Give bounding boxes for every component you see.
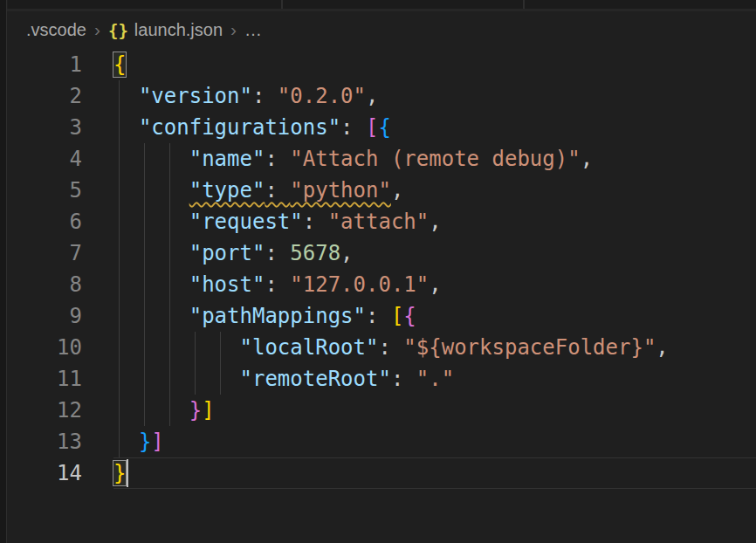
code-editor[interactable]: 1{2 "version": "0.2.0",3 "configurations… [8, 49, 756, 489]
breadcrumb-item-symbol-ellipsis[interactable]: … [244, 20, 262, 40]
indent-guide [119, 112, 120, 143]
code-token: "." [416, 367, 454, 391]
line-number[interactable]: 3 [8, 112, 82, 143]
indent-guide [119, 395, 120, 426]
code-token: { [403, 304, 416, 328]
indent-guide [144, 143, 145, 175]
line-number[interactable]: 1 [8, 49, 82, 80]
matched-bracket: } [113, 461, 126, 485]
code-token: "Attach (remote debug)" [290, 147, 580, 171]
line-number[interactable]: 11 [8, 363, 82, 395]
line-number[interactable]: 14 [8, 457, 82, 489]
breadcrumb-file-label: launch.json [134, 20, 223, 40]
indent-guide [195, 363, 196, 395]
code-line[interactable]: 7 "port": 5678, [8, 237, 756, 269]
line-number[interactable]: 2 [8, 80, 82, 112]
line-number[interactable]: 7 [8, 237, 82, 269]
indent-guide [169, 395, 170, 426]
code-line-content: "pathMappings": [{ [113, 300, 756, 332]
code-token: "port" [189, 241, 265, 265]
code-line-content: "port": 5678, [113, 237, 756, 269]
code-token: ] [202, 398, 214, 423]
code-token [113, 367, 240, 391]
indent-guide [119, 175, 120, 206]
indent-guide [144, 395, 145, 426]
code-token: [ [391, 304, 403, 328]
code-token: : [265, 272, 290, 297]
code-token: : [391, 367, 416, 391]
code-token: "request" [189, 210, 303, 234]
code-token: "pathMappings" [189, 304, 366, 328]
code-token: "0.2.0" [278, 84, 366, 108]
indent-guide [119, 80, 120, 112]
code-token [113, 335, 240, 360]
code-token: { [378, 115, 390, 140]
indent-guide [144, 332, 145, 363]
code-line[interactable]: 8 "host": "127.0.0.1", [8, 269, 756, 300]
code-line[interactable]: 11 "remoteRoot": "." [8, 363, 756, 395]
line-number[interactable]: 6 [8, 206, 82, 237]
code-token: , [366, 84, 378, 108]
indent-guide [169, 269, 170, 300]
code-token: , [656, 335, 668, 360]
code-token: , [391, 178, 403, 203]
chevron-right-icon: › [230, 20, 237, 38]
code-line[interactable]: 6 "request": "attach", [8, 206, 756, 237]
indent-guide [144, 300, 145, 332]
code-line-content: "name": "Attach (remote debug)", [113, 143, 756, 175]
code-token: : [252, 84, 278, 108]
code-line-content: } [113, 457, 756, 489]
code-line[interactable]: 13 }] [8, 426, 756, 457]
line-number[interactable]: 9 [8, 300, 82, 332]
code-line[interactable]: 3 "configurations": [{ [8, 112, 756, 143]
indent-guide [119, 363, 120, 395]
code-line[interactable]: 12 }] [8, 395, 756, 426]
breadcrumb-symbol-label: … [244, 20, 262, 40]
indent-guide [169, 206, 170, 237]
code-token: : [265, 241, 290, 265]
code-line[interactable]: 4 "name": "Attach (remote debug)", [8, 143, 756, 175]
breadcrumb-item-launch-json[interactable]: {} launch.json [108, 20, 223, 40]
code-token [113, 398, 189, 423]
code-line-content: "request": "attach", [113, 206, 756, 237]
code-token: : [265, 178, 290, 203]
text-cursor [127, 459, 128, 487]
code-line-content: "remoteRoot": "." [113, 363, 756, 395]
code-line[interactable]: 2 "version": "0.2.0", [8, 80, 756, 112]
code-token: : [366, 304, 391, 328]
code-line[interactable]: 10 "localRoot": "${workspaceFolder}", [8, 332, 756, 363]
line-number[interactable]: 13 [8, 426, 82, 457]
chevron-right-icon: › [94, 20, 100, 38]
code-token [113, 115, 139, 140]
code-line-content: "configurations": [{ [113, 112, 756, 143]
code-line[interactable]: 14} [8, 457, 756, 489]
code-token: } [189, 398, 202, 423]
line-number[interactable]: 4 [8, 143, 82, 175]
code-line-content: "version": "0.2.0", [113, 80, 756, 112]
code-line[interactable]: 1{ [8, 49, 756, 80]
indent-guide [144, 175, 145, 206]
tab-bar [8, 0, 756, 9]
indent-guide [169, 300, 170, 332]
code-token [113, 272, 189, 297]
code-token [113, 241, 189, 265]
code-token: "remoteRoot" [240, 367, 391, 391]
line-number[interactable]: 10 [8, 332, 82, 363]
code-line[interactable]: 9 "pathMappings": [{ [8, 300, 756, 332]
code-token: , [340, 241, 353, 265]
line-number[interactable]: 8 [8, 269, 82, 300]
indent-guide [119, 206, 120, 237]
breadcrumb-item-vscode[interactable]: .vscode [26, 20, 86, 40]
line-number[interactable]: 12 [8, 395, 82, 426]
code-token: : [265, 147, 290, 171]
code-line[interactable]: 5 "type": "python", [8, 175, 756, 206]
code-token: "name" [189, 147, 265, 171]
line-number[interactable]: 5 [8, 175, 82, 206]
indent-guide [119, 143, 120, 175]
code-token: [ [366, 115, 378, 140]
code-token: ] [151, 430, 163, 454]
code-token: , [429, 210, 441, 234]
code-token [113, 147, 189, 171]
indent-guide [144, 237, 145, 269]
indent-guide [144, 363, 145, 395]
